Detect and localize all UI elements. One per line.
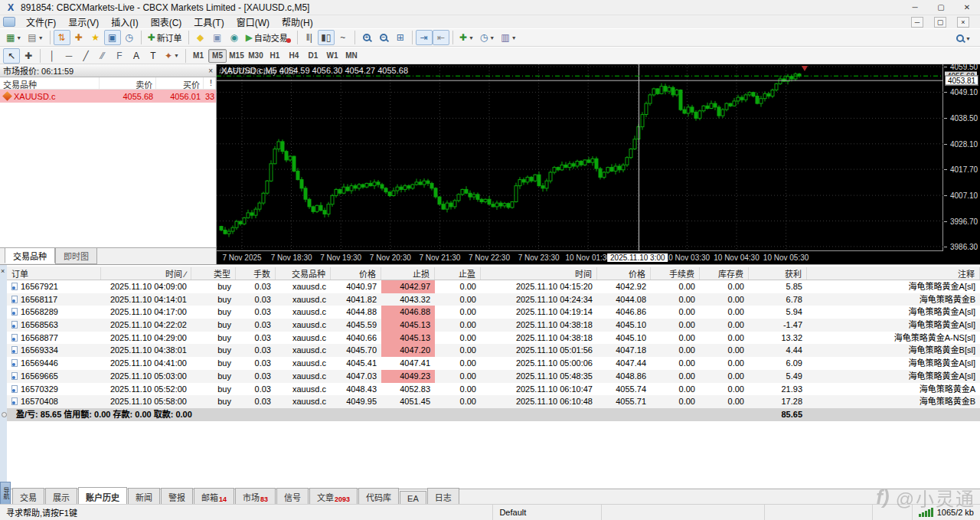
history-row[interactable]: 165682892025.11.10 04:17:00buy0.03xauusd…: [7, 306, 980, 319]
terminal-tab-新闻[interactable]: 新闻: [128, 488, 160, 505]
timeframe-mn-button[interactable]: MN: [342, 49, 361, 63]
timeframe-m1-button[interactable]: M1: [189, 49, 207, 63]
close-button[interactable]: ✕: [954, 0, 980, 15]
history-row[interactable]: 165688772025.11.10 04:29:00buy0.03xauusd…: [7, 332, 980, 345]
data-window-toggle-button[interactable]: ✚: [70, 30, 87, 45]
column-header-8[interactable]: 时间: [481, 267, 597, 280]
column-header-0[interactable]: 订单: [7, 267, 101, 280]
column-header-2[interactable]: 类型: [191, 267, 236, 280]
horizontal-line-tool-button[interactable]: ─: [60, 48, 77, 64]
fibonacci-tool-button[interactable]: F: [111, 48, 128, 64]
line-chart-mode-button[interactable]: ~: [335, 30, 351, 45]
terminal-tab-信号[interactable]: 信号: [276, 488, 309, 505]
column-header-11[interactable]: 库存费: [700, 267, 749, 280]
label-tool-button[interactable]: T: [145, 48, 162, 64]
terminal-tab-账户历史[interactable]: 账户历史: [78, 487, 127, 505]
market-watch-close-icon[interactable]: ×: [208, 67, 213, 75]
terminal-close-icon[interactable]: ×: [1, 267, 5, 275]
periods-caret-icon[interactable]: ▼: [489, 35, 495, 41]
column-header-5[interactable]: 价格: [331, 267, 381, 280]
history-row[interactable]: 165696652025.11.10 05:03:00buy0.03xauusd…: [7, 370, 980, 383]
chart-window[interactable]: #16570416 buy 0.03 XAUUSD.c,M5 4054.59 4…: [217, 64, 980, 264]
menu-显示[interactable]: 显示(V): [62, 17, 105, 29]
column-header-1[interactable]: 时间 ∕: [101, 267, 191, 280]
menu-窗口[interactable]: 窗口(W): [230, 17, 276, 29]
menu-工具[interactable]: 工具(T): [188, 17, 230, 29]
mdi-minimize-button[interactable]: ─: [911, 17, 923, 28]
terminal-tab-警报[interactable]: 警报: [161, 488, 193, 505]
cursor-tool-button[interactable]: ↖: [3, 48, 20, 64]
timeframe-m5-button[interactable]: M5: [208, 49, 227, 63]
timeframe-h4-button[interactable]: H4: [285, 49, 303, 63]
timeframe-m30-button[interactable]: M30: [247, 49, 265, 63]
history-row[interactable]: 165704082025.11.10 05:58:00buy0.03xauusd…: [7, 395, 980, 408]
search-caret-icon[interactable]: ▼: [965, 36, 971, 41]
menu-帮助[interactable]: 帮助(H): [276, 17, 319, 29]
history-row[interactable]: 165679212025.11.10 04:09:00buy0.03xauusd…: [7, 280, 980, 293]
navigator-toggle-button[interactable]: ★: [87, 30, 104, 45]
arrows-tool-button[interactable]: ✦▼: [162, 48, 182, 64]
terminal-tab-EA[interactable]: EA: [400, 491, 426, 505]
zoom-in-button[interactable]: +: [358, 30, 375, 45]
timeframe-d1-button[interactable]: D1: [304, 49, 322, 63]
history-row[interactable]: 165693342025.11.10 04:38:01buy0.03xauusd…: [7, 344, 980, 357]
vertical-line-tool-button[interactable]: │: [44, 48, 60, 64]
market-watch-tab-交易品种[interactable]: 交易品种: [5, 248, 55, 263]
market-watch-row[interactable]: XAUUSD.c4055.684056.0133: [0, 90, 216, 103]
styler-button[interactable]: ▣: [209, 30, 226, 45]
auto-scroll-button[interactable]: ⇥: [416, 30, 433, 45]
history-row[interactable]: 165694462025.11.10 04:41:00buy0.03xauusd…: [7, 357, 980, 370]
column-header-9[interactable]: 价格: [597, 267, 651, 280]
timeframe-w1-button[interactable]: W1: [323, 49, 341, 63]
menu-图表[interactable]: 图表(C): [145, 17, 188, 29]
community-button[interactable]: ◉: [226, 30, 243, 45]
chart-shift-button[interactable]: ⇤: [433, 30, 449, 45]
terminal-tab-交易[interactable]: 交易: [12, 488, 44, 505]
market-watch-tab-即时图[interactable]: 即时图: [55, 248, 97, 264]
column-header-6[interactable]: 止损: [381, 267, 435, 280]
trendline-tool-button[interactable]: ╱: [77, 48, 94, 64]
terminal-tab-代码库[interactable]: 代码库: [358, 488, 399, 505]
navigator-side-tab[interactable]: 导航: [0, 482, 11, 505]
column-header-12[interactable]: 获利: [749, 267, 807, 280]
minimize-button[interactable]: ─: [902, 0, 928, 15]
terminal-tab-文章[interactable]: 文章2093: [309, 488, 358, 505]
timeframe-m15-button[interactable]: M15: [227, 49, 246, 63]
templates-caret-icon[interactable]: ▼: [511, 35, 517, 41]
indicators-list-caret-icon[interactable]: ▼: [469, 35, 474, 41]
arrows-tool-caret-icon[interactable]: ▼: [174, 53, 179, 58]
menu-插入[interactable]: 插入(I): [105, 17, 144, 29]
tile-windows-button[interactable]: ⊞: [392, 30, 409, 45]
column-header-10[interactable]: 手续费: [651, 267, 700, 280]
terminal-toggle-button[interactable]: ▣: [104, 30, 121, 45]
text-tool-button[interactable]: A: [128, 48, 145, 64]
bar-chart-mode-button[interactable]: ‖|: [301, 30, 318, 45]
mdi-close-button[interactable]: ×: [957, 17, 969, 28]
periods-button[interactable]: ◷▼: [477, 30, 498, 45]
strategy-tester-toggle-button[interactable]: ◷: [121, 30, 138, 45]
search-button[interactable]: ▼: [953, 31, 974, 46]
terminal-tab-市场[interactable]: 市场83: [235, 488, 276, 505]
market-watch-toggle-button[interactable]: ⇅: [54, 30, 70, 45]
zoom-out-button[interactable]: −: [375, 30, 392, 45]
terminal-tab-邮箱[interactable]: 邮箱14: [194, 488, 234, 505]
terminal-tab-日志[interactable]: 日志: [427, 488, 459, 505]
column-header-4[interactable]: 交易品种: [276, 267, 331, 280]
new-chart-button[interactable]: ▦▼: [3, 30, 24, 45]
status-profile[interactable]: Default: [493, 505, 601, 520]
candle-chart-mode-button[interactable]: ▮▯: [318, 30, 335, 45]
history-row[interactable]: 165685632025.11.10 04:22:02buy0.03xauusd…: [7, 319, 980, 332]
equidistant-channel-tool-button[interactable]: ⁄⁄: [94, 48, 111, 64]
new-order-button[interactable]: ✚新订单: [145, 30, 185, 45]
terminal-tab-展示[interactable]: 展示: [45, 488, 77, 505]
maximize-button[interactable]: ▢: [928, 0, 954, 15]
column-header-3[interactable]: 手数: [236, 267, 276, 280]
chart-plot-area[interactable]: #16570416 buy 0.03 XAUUSD.c,M5 4054.59 4…: [217, 64, 943, 251]
timeframe-h1-button[interactable]: H1: [266, 49, 284, 63]
history-row[interactable]: 165681172025.11.10 04:14:01buy0.03xauusd…: [7, 293, 980, 306]
column-header-7[interactable]: 止盈: [435, 267, 481, 280]
profiles-button[interactable]: ▤▼: [24, 30, 46, 45]
metaeditor-button[interactable]: ◆: [192, 30, 209, 45]
crosshair-tool-button[interactable]: ✚: [20, 48, 37, 64]
new-chart-caret-icon[interactable]: ▼: [16, 35, 21, 41]
